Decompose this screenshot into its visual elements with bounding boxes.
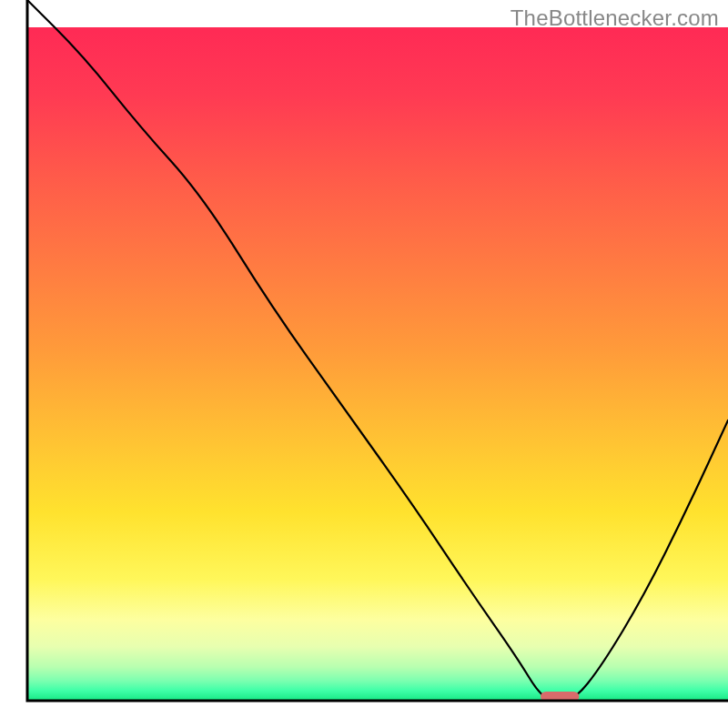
chart-svg: [0, 0, 728, 728]
plot-background: [27, 27, 728, 701]
watermark-text: TheBottlenecker.com: [511, 5, 719, 31]
chart-canvas: TheBottlenecker.com: [0, 0, 728, 728]
